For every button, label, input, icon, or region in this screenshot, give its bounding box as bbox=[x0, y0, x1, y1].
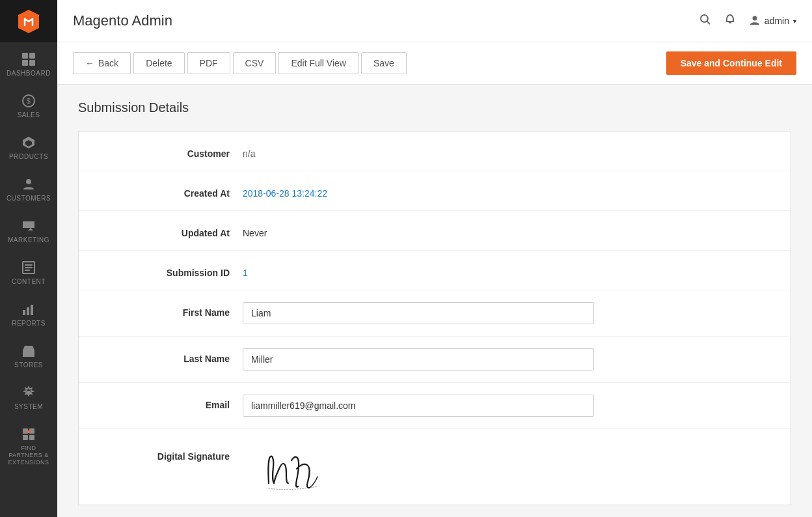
sidebar-item-label: SYSTEM bbox=[14, 403, 43, 411]
sales-icon: $ bbox=[21, 93, 36, 109]
svg-rect-22 bbox=[29, 428, 34, 434]
csv-button[interactable]: CSV bbox=[233, 52, 277, 74]
content-icon bbox=[21, 260, 36, 275]
action-bar: ← Back Delete PDF CSV Edit Full View Sav… bbox=[57, 42, 812, 85]
sidebar-item-marketing[interactable]: MARKETING bbox=[0, 209, 57, 251]
updated-at-label: Updated At bbox=[100, 223, 243, 238]
last-name-label: Last Name bbox=[100, 348, 243, 364]
dashboard-icon bbox=[21, 51, 36, 67]
svg-rect-19 bbox=[27, 353, 31, 357]
sidebar-item-system[interactable]: SYSTEM bbox=[0, 376, 57, 417]
svg-rect-13 bbox=[25, 267, 33, 268]
customer-label: Customer bbox=[100, 143, 243, 159]
email-field-wrapper bbox=[243, 395, 594, 417]
svg-point-29 bbox=[752, 16, 757, 20]
svg-rect-17 bbox=[31, 305, 33, 315]
svg-rect-24 bbox=[29, 435, 34, 440]
svg-point-20 bbox=[27, 391, 31, 395]
svg-rect-25 bbox=[27, 430, 30, 433]
sidebar-item-stores[interactable]: STORES bbox=[0, 334, 57, 376]
digital-signature-display bbox=[243, 441, 373, 493]
sidebar-item-label: CUSTOMERS bbox=[7, 195, 51, 203]
save-button[interactable]: Save bbox=[361, 52, 407, 74]
svg-rect-0 bbox=[22, 53, 28, 59]
submission-form: Customer n/a Created At 2018-06-28 13:24… bbox=[78, 131, 791, 505]
first-name-label: First Name bbox=[100, 302, 243, 318]
email-label: Email bbox=[100, 395, 243, 410]
products-icon bbox=[21, 135, 36, 150]
svg-marker-9 bbox=[23, 221, 34, 228]
svg-rect-14 bbox=[25, 270, 30, 271]
admin-avatar-icon bbox=[749, 14, 761, 28]
created-at-value: 2018-06-28 13:24:22 bbox=[243, 183, 770, 199]
sidebar-item-find-partners[interactable]: FIND PARTNERS & EXTENSIONS bbox=[0, 417, 57, 472]
svg-rect-2 bbox=[22, 60, 28, 66]
main-content: Magento Admin bbox=[57, 0, 812, 517]
edit-full-view-button[interactable]: Edit Full View bbox=[278, 52, 359, 74]
notification-icon[interactable] bbox=[724, 14, 736, 29]
sidebar-item-content[interactable]: CONTENT bbox=[0, 251, 57, 292]
admin-user-menu[interactable]: admin ▾ bbox=[749, 14, 796, 28]
top-header: Magento Admin bbox=[57, 0, 812, 42]
svg-rect-12 bbox=[25, 264, 33, 266]
app-title: Magento Admin bbox=[73, 12, 699, 29]
customer-value: n/a bbox=[243, 143, 770, 159]
section-title: Submission Details bbox=[78, 100, 791, 115]
svg-rect-3 bbox=[29, 60, 35, 66]
form-row-submission-id: Submission ID 1 bbox=[79, 251, 791, 290]
admin-username: admin bbox=[765, 16, 789, 26]
svg-rect-15 bbox=[23, 310, 25, 315]
sidebar-item-label: REPORTS bbox=[12, 320, 46, 328]
last-name-field-wrapper bbox=[243, 348, 594, 370]
customers-icon bbox=[21, 176, 36, 192]
svg-point-8 bbox=[26, 179, 31, 184]
form-row-signature: Digital Signature bbox=[79, 429, 791, 505]
submission-id-label: Submission ID bbox=[100, 262, 243, 278]
search-icon[interactable] bbox=[699, 14, 711, 29]
sidebar-item-dashboard[interactable]: DASHBOARD bbox=[0, 42, 57, 84]
sidebar-item-reports[interactable]: REPORTS bbox=[0, 292, 57, 334]
admin-dropdown-icon: ▾ bbox=[793, 18, 796, 25]
sidebar-item-label: MARKETING bbox=[8, 236, 49, 244]
sidebar-item-label: FIND PARTNERS & EXTENSIONS bbox=[4, 445, 53, 466]
system-icon bbox=[21, 385, 36, 400]
sidebar-item-customers[interactable]: CUSTOMERS bbox=[0, 167, 57, 209]
sidebar-item-label: PRODUCTS bbox=[9, 153, 48, 161]
extensions-icon bbox=[21, 426, 36, 442]
svg-rect-16 bbox=[27, 307, 29, 315]
save-continue-button[interactable]: Save and Continue Edit bbox=[666, 51, 796, 75]
sidebar-item-sales[interactable]: $ SALES bbox=[0, 84, 57, 126]
svg-rect-1 bbox=[29, 53, 35, 59]
sidebar-item-products[interactable]: PRODUCTS bbox=[0, 126, 57, 167]
pdf-button[interactable]: PDF bbox=[187, 52, 230, 74]
created-at-label: Created At bbox=[100, 183, 243, 199]
svg-rect-21 bbox=[23, 428, 28, 434]
form-row-first-name: First Name bbox=[79, 290, 791, 337]
back-arrow-icon: ← bbox=[85, 58, 94, 68]
reports-icon bbox=[21, 301, 36, 317]
first-name-input[interactable] bbox=[243, 302, 594, 324]
svg-text:$: $ bbox=[27, 97, 31, 105]
back-button[interactable]: ← Back bbox=[73, 52, 131, 74]
updated-at-value: Never bbox=[243, 223, 770, 238]
sidebar-logo bbox=[0, 0, 57, 42]
svg-line-27 bbox=[707, 21, 710, 24]
sidebar-item-label: CONTENT bbox=[12, 278, 46, 286]
marketing-icon bbox=[21, 218, 36, 234]
signature-label: Digital Signature bbox=[100, 441, 243, 462]
first-name-field-wrapper bbox=[243, 302, 594, 324]
stores-icon bbox=[21, 343, 36, 359]
delete-button[interactable]: Delete bbox=[133, 52, 184, 74]
email-input[interactable] bbox=[243, 395, 594, 417]
svg-point-26 bbox=[701, 15, 708, 22]
form-row-updated-at: Updated At Never bbox=[79, 211, 791, 251]
content-area: Submission Details Customer n/a Created … bbox=[57, 85, 812, 517]
sidebar-item-label: DASHBOARD bbox=[7, 70, 51, 77]
form-row-created-at: Created At 2018-06-28 13:24:22 bbox=[79, 171, 791, 211]
form-row-last-name: Last Name bbox=[79, 337, 791, 383]
sidebar-item-label: SALES bbox=[18, 111, 40, 119]
submission-id-value: 1 bbox=[243, 262, 770, 278]
form-row-customer: Customer n/a bbox=[79, 132, 791, 171]
svg-rect-23 bbox=[23, 435, 28, 440]
last-name-input[interactable] bbox=[243, 348, 594, 370]
